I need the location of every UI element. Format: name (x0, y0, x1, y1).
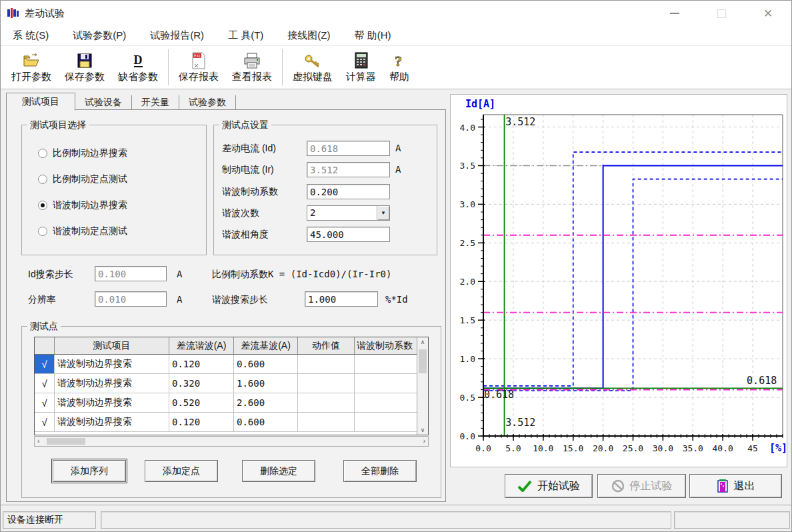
characteristic-chart: 0.05.010.015.020.025.030.035.040.0450.00… (451, 95, 788, 468)
row-harmonic-cell: 0.120 (169, 413, 234, 432)
test-points-table: 测试项目 差流谐波(A) 差流基波(A) 动作值 谐波制动系数 √ 谐波制动边界… (34, 337, 429, 435)
tab-switch-quantity[interactable]: 开关量 (132, 95, 179, 110)
svg-text:0.618: 0.618 (484, 389, 514, 401)
table-row[interactable]: √ 谐波制动边界搜索 0.320 1.600 (35, 374, 417, 393)
harmonic-phase-input[interactable] (307, 227, 390, 242)
harmonic-coef-input[interactable] (307, 184, 390, 199)
harmonic-search-step-label: 谐波搜索步长 (212, 294, 268, 306)
harmonic-search-step-input[interactable] (305, 291, 378, 307)
svg-text:25.0: 25.0 (623, 443, 643, 453)
view-report-button[interactable]: 查看报表 (225, 47, 279, 87)
scroll-right-icon[interactable]: › (423, 437, 425, 445)
tab-test-params[interactable]: 试验参数 (179, 95, 236, 110)
diff-current-input[interactable] (307, 141, 390, 156)
table-row[interactable]: √ 谐波制动边界搜索 0.120 0.600 (35, 355, 417, 374)
radio-ratio-boundary-search[interactable]: 比例制动边界搜索 (38, 147, 127, 159)
toolbar: 打开参数 保存参数 D 缺省参数 EXL 保存报表 查看报表 (1, 46, 791, 89)
svg-text:0.0: 0.0 (475, 443, 491, 453)
scroll-left-icon[interactable]: ‹ (37, 437, 39, 445)
tab-test-device[interactable]: 试验设备 (75, 95, 132, 110)
table-row[interactable]: √ 谐波制动边界搜索 0.520 2.600 (35, 393, 417, 413)
svg-text:45: 45 (747, 443, 758, 453)
scroll-thumb[interactable] (47, 438, 85, 445)
delete-all-button[interactable]: 全部删除 (343, 460, 417, 482)
open-params-label: 打开参数 (11, 71, 51, 83)
menu-help[interactable]: 帮 助(H) (354, 29, 391, 42)
floppy-disk-icon (76, 52, 93, 69)
menu-tools[interactable]: 工 具(T) (228, 29, 263, 42)
maximize-icon (717, 9, 726, 18)
radio-ratio-fixed-point[interactable]: 比例制动定点测试 (38, 173, 127, 185)
resolution-input[interactable] (95, 291, 167, 307)
excel-report-icon: EXL (190, 52, 207, 69)
menu-system[interactable]: 系 统(S) (13, 29, 49, 42)
row-check-cell[interactable]: √ (35, 413, 55, 432)
table-vertical-scrollbar[interactable]: ∧ ∨ (417, 337, 428, 435)
table-row[interactable]: √ 谐波制动边界搜索 0.120 0.600 (35, 413, 417, 432)
header-harmonic-coef: 谐波制动系数 (355, 337, 417, 354)
table-horizontal-scrollbar[interactable]: ‹ › (34, 436, 429, 447)
harmonic-phase-label: 谐波相角度 (222, 229, 269, 241)
scroll-down-icon[interactable]: ∨ (417, 427, 428, 433)
toolbar-separator (168, 49, 169, 85)
tab-test-items[interactable]: 测试项目 (6, 93, 75, 111)
row-coef-cell (355, 393, 417, 413)
row-action-cell (298, 413, 355, 432)
harmonic-order-value: 2 (307, 206, 377, 220)
header-test-item: 测试项目 (55, 337, 169, 354)
window-title: 差动试验 (25, 7, 65, 20)
delete-selected-button[interactable]: 删除选定 (242, 460, 315, 482)
svg-text:20.0: 20.0 (593, 443, 613, 453)
status-bar: 设备连接断开 (1, 505, 791, 532)
scroll-up-icon[interactable]: ∧ (417, 339, 428, 345)
table-header-row: 测试项目 差流谐波(A) 差流基波(A) 动作值 谐波制动系数 (35, 337, 417, 355)
scroll-thumb[interactable] (419, 349, 427, 373)
open-params-button[interactable]: 打开参数 (5, 47, 58, 87)
stop-test-button[interactable]: 停止试验 (597, 474, 686, 498)
question-mark-icon: ? (391, 52, 408, 69)
id-search-step-label: Id搜索步长 (28, 269, 73, 281)
toolbar-separator (282, 49, 283, 85)
menu-test-report[interactable]: 试验报告(R) (150, 29, 204, 42)
default-params-button[interactable]: D 缺省参数 (111, 47, 165, 87)
header-diff-harmonic: 差流谐波(A) (169, 337, 234, 354)
row-check-cell[interactable]: √ (35, 393, 55, 413)
minimize-button[interactable] (651, 1, 698, 26)
virtual-keyboard-label: 虚拟键盘 (293, 71, 333, 83)
resolution-unit: A (177, 294, 182, 305)
row-item-cell: 谐波制动边界搜索 (55, 355, 169, 374)
harmonic-order-select[interactable]: 2 ▼ (307, 205, 390, 221)
default-params-label: 缺省参数 (118, 71, 158, 83)
row-harmonic-cell: 0.520 (169, 393, 234, 413)
add-fixed-point-button[interactable]: 添加定点 (145, 460, 218, 482)
row-action-cell (298, 374, 355, 393)
save-report-button[interactable]: EXL 保存报表 (172, 47, 225, 87)
radio-harmonic-fixed-point[interactable]: 谐波制动定点测试 (38, 225, 127, 237)
id-search-step-input[interactable] (95, 266, 167, 281)
minimize-icon (670, 13, 679, 14)
row-item-cell: 谐波制动边界搜索 (55, 413, 169, 432)
menu-test-params[interactable]: 试验参数(P) (73, 29, 126, 42)
maximize-button[interactable] (698, 1, 745, 26)
virtual-keyboard-button[interactable]: 虚拟键盘 (286, 47, 339, 87)
row-harmonic-cell: 0.320 (169, 374, 234, 393)
start-test-button[interactable]: 开始试验 (505, 474, 593, 498)
svg-text:2.5: 2.5 (460, 238, 475, 248)
radio-harmonic-boundary-search[interactable]: 谐波制动边界搜索 (38, 199, 127, 211)
dropdown-arrow-icon[interactable]: ▼ (377, 206, 389, 220)
add-sequence-button[interactable]: 添加序列 (53, 460, 126, 482)
close-button[interactable]: ✕ (745, 1, 791, 26)
help-button[interactable]: ? 帮助 (383, 47, 416, 87)
calculator-button[interactable]: 计算器 (339, 47, 383, 87)
row-check-cell[interactable]: √ (35, 355, 55, 374)
exit-button[interactable]: 退出 (689, 474, 782, 498)
header-action-value: 动作值 (298, 337, 355, 354)
connection-status-text: 设备连接断开 (7, 514, 63, 526)
svg-text:[%]: [%] (769, 442, 787, 454)
menu-wiring-diagram[interactable]: 接线图(Z) (287, 29, 330, 42)
restraint-current-input[interactable] (307, 162, 390, 177)
row-check-cell[interactable]: √ (35, 374, 55, 393)
row-item-cell: 谐波制动边界搜索 (55, 374, 169, 393)
svg-text:2.0: 2.0 (460, 277, 475, 287)
save-params-button[interactable]: 保存参数 (58, 47, 111, 87)
